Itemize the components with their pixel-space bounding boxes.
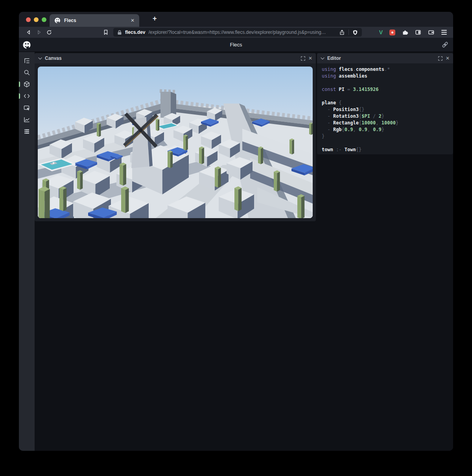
- lock-icon: [117, 30, 122, 35]
- zoom-window-button[interactable]: [42, 17, 46, 22]
- tab-title: Flecs: [64, 18, 76, 23]
- sidebar-item-inspector[interactable]: [19, 102, 35, 114]
- inspector-icon: [23, 104, 30, 111]
- stats-chart-icon: [23, 116, 30, 123]
- sidebar-item-queries[interactable]: [19, 126, 35, 137]
- wallet-icon[interactable]: [428, 29, 435, 35]
- canvas-panel-header[interactable]: Canvas ✕: [35, 53, 316, 63]
- editor-panel-title: Editor: [327, 56, 341, 61]
- canvas-3d-viewport[interactable]: [38, 67, 313, 218]
- tab-close-icon[interactable]: ✕: [131, 18, 135, 23]
- sidebar-toggle-icon[interactable]: [415, 29, 421, 35]
- active-indicator: [19, 81, 20, 87]
- url-path: /explorer/?local=true&wasm=https://www.f…: [148, 30, 336, 35]
- bookmark-icon[interactable]: [101, 29, 111, 35]
- app-content: Canvas ✕: [19, 52, 453, 451]
- close-window-button[interactable]: [26, 17, 31, 22]
- minimize-window-button[interactable]: [34, 17, 39, 22]
- browser-toolbar: flecs.dev/explorer/?local=true&wasm=http…: [19, 27, 453, 38]
- editor-panel: Editor ✕ using flecs.components.*using a…: [317, 53, 453, 154]
- puzzle-extensions-icon[interactable]: [402, 29, 408, 35]
- traffic-lights: [26, 17, 46, 22]
- main-area: Canvas ✕: [35, 52, 453, 451]
- chevron-down-icon[interactable]: [38, 57, 42, 60]
- sidebar-item-stats[interactable]: [19, 114, 35, 126]
- forward-icon[interactable]: [34, 29, 44, 35]
- reload-icon[interactable]: [44, 29, 54, 35]
- url-domain: flecs.dev: [125, 30, 145, 35]
- sidebar-item-entities[interactable]: [19, 78, 35, 90]
- permalink-icon[interactable]: [442, 41, 448, 48]
- divider: [348, 30, 349, 35]
- extension-icons: V: [379, 29, 448, 36]
- fullscreen-icon[interactable]: [301, 56, 306, 61]
- browser-window: Flecs ✕ + flecs.dev/explorer/?local=tru: [19, 12, 453, 451]
- editor-panel-header[interactable]: Editor ✕: [317, 53, 453, 63]
- entities-cube-icon: [23, 81, 30, 88]
- brave-shield-icon[interactable]: [352, 30, 358, 35]
- red-extension-icon[interactable]: [389, 30, 395, 35]
- chevron-down-icon[interactable]: [321, 57, 324, 60]
- sidebar-item-entity-tree[interactable]: [19, 55, 35, 67]
- search-icon: [23, 69, 30, 76]
- vue-devtools-icon[interactable]: V: [379, 29, 383, 35]
- menu-icon[interactable]: [441, 29, 447, 36]
- share-icon[interactable]: [339, 30, 345, 35]
- queries-table-icon: [23, 128, 30, 135]
- close-icon[interactable]: ✕: [308, 56, 312, 61]
- tab-bar: Flecs ✕ +: [19, 12, 453, 27]
- sidebar: [19, 52, 35, 451]
- address-bar[interactable]: flecs.dev/explorer/?local=true&wasm=http…: [113, 28, 362, 37]
- sidebar-item-editor[interactable]: [19, 90, 35, 102]
- new-tab-button[interactable]: +: [153, 15, 157, 23]
- canvas-3d-scene: [38, 67, 313, 218]
- code-editor-icon: [23, 93, 30, 100]
- page-title: Flecs: [19, 42, 453, 48]
- active-indicator: [19, 93, 20, 99]
- canvas-panel-title: Canvas: [45, 56, 62, 61]
- sidebar-item-search[interactable]: [19, 67, 35, 78]
- flecs-logo-icon: [54, 17, 61, 24]
- back-icon[interactable]: [24, 29, 34, 35]
- fullscreen-icon[interactable]: [438, 56, 443, 61]
- close-icon[interactable]: ✕: [446, 56, 450, 61]
- app-header: Flecs: [19, 38, 453, 52]
- tab-flecs[interactable]: Flecs ✕: [50, 14, 139, 27]
- canvas-panel: Canvas ✕: [35, 53, 316, 221]
- entity-tree-icon: [23, 57, 30, 64]
- editor-code[interactable]: using flecs.components.*using assemblies…: [317, 63, 453, 154]
